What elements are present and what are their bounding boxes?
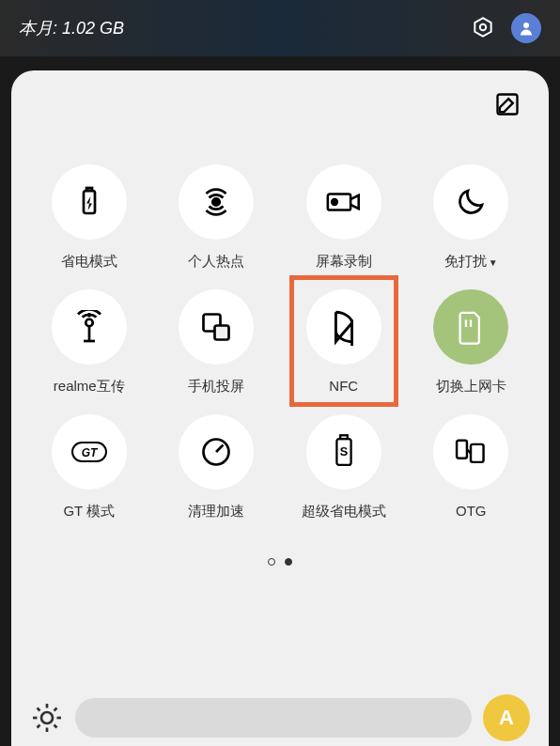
svg-rect-4	[86, 188, 92, 191]
svg-line-31	[54, 725, 57, 728]
tile-otg[interactable]: OTG	[412, 414, 531, 521]
tile-label: 省电模式	[61, 253, 117, 271]
tile-label: OTG	[456, 503, 487, 519]
svg-point-7	[332, 199, 337, 205]
tile-label: 切换上网卡	[436, 378, 506, 396]
tile-nfc[interactable]: NFC	[285, 289, 403, 396]
svg-line-32	[38, 725, 40, 728]
tile-label: GT 模式	[63, 503, 115, 521]
dnd-icon	[433, 164, 508, 240]
status-icons	[469, 13, 541, 43]
data-usage-label: 本月: 1.02 GB	[19, 17, 124, 39]
tile-super-saver[interactable]: S 超级省电模式	[285, 414, 403, 521]
screen-record-icon	[306, 164, 381, 240]
edit-button[interactable]	[494, 91, 521, 117]
tile-label: 清理加速	[188, 503, 244, 521]
cast-icon	[179, 289, 254, 365]
page-dot[interactable]	[268, 558, 275, 566]
svg-point-0	[480, 24, 487, 31]
tiles-grid: 省电模式 个人热点 屏幕录制 免打扰▼ realme互传 手机投屏 NFC	[30, 164, 530, 521]
svg-text:GT: GT	[81, 446, 98, 459]
tile-cleanup[interactable]: 清理加速	[158, 414, 276, 521]
svg-point-25	[41, 712, 53, 723]
otg-icon	[433, 414, 508, 490]
svg-point-5	[213, 198, 221, 206]
svg-point-8	[86, 319, 93, 327]
gt-icon: GT	[52, 414, 127, 490]
battery-saver-icon	[52, 164, 127, 240]
svg-text:S: S	[340, 445, 348, 458]
chevron-down-icon: ▼	[489, 257, 498, 268]
sim-icon	[433, 289, 508, 365]
hotspot-icon	[179, 164, 254, 240]
cleanup-icon	[179, 414, 254, 490]
brightness-slider[interactable]	[75, 698, 472, 738]
realme-share-icon	[52, 289, 127, 365]
tile-label: 免打扰▼	[444, 253, 498, 271]
svg-rect-23	[471, 444, 484, 462]
svg-point-1	[523, 23, 529, 28]
auto-brightness-button[interactable]: A	[483, 694, 530, 741]
tile-gt-mode[interactable]: GT GT 模式	[30, 414, 148, 521]
super-saver-icon: S	[306, 414, 381, 490]
tile-hotspot[interactable]: 个人热点	[158, 164, 276, 271]
tile-label: 个人热点	[188, 253, 244, 271]
tile-label: realme互传	[54, 378, 125, 396]
tile-sim-switch[interactable]: 切换上网卡	[412, 289, 531, 396]
svg-rect-20	[340, 435, 348, 439]
tile-label: 超级省电模式	[302, 503, 386, 521]
settings-icon[interactable]	[469, 14, 497, 42]
tile-label: 手机投屏	[188, 378, 244, 396]
tile-dnd[interactable]: 免打扰▼	[412, 164, 531, 271]
brightness-icon	[30, 701, 64, 735]
page-dot-active[interactable]	[285, 558, 292, 566]
tile-realme-share[interactable]: realme互传	[30, 289, 148, 396]
svg-line-33	[54, 708, 57, 711]
tile-label: 屏幕录制	[316, 253, 372, 271]
page-indicator	[30, 558, 530, 566]
highlight-frame	[289, 275, 398, 407]
svg-rect-22	[457, 441, 467, 458]
brightness-bar: A	[11, 690, 549, 746]
svg-line-30	[38, 708, 40, 711]
profile-icon[interactable]	[511, 13, 541, 43]
quick-settings-panel: 省电模式 个人热点 屏幕录制 免打扰▼ realme互传 手机投屏 NFC	[11, 70, 549, 746]
status-bar: 本月: 1.02 GB	[0, 0, 560, 56]
svg-rect-12	[215, 326, 229, 340]
tile-screen-record[interactable]: 屏幕录制	[285, 164, 403, 271]
svg-line-18	[216, 445, 224, 453]
tile-cast[interactable]: 手机投屏	[158, 289, 276, 396]
tile-battery-saver[interactable]: 省电模式	[30, 164, 148, 271]
